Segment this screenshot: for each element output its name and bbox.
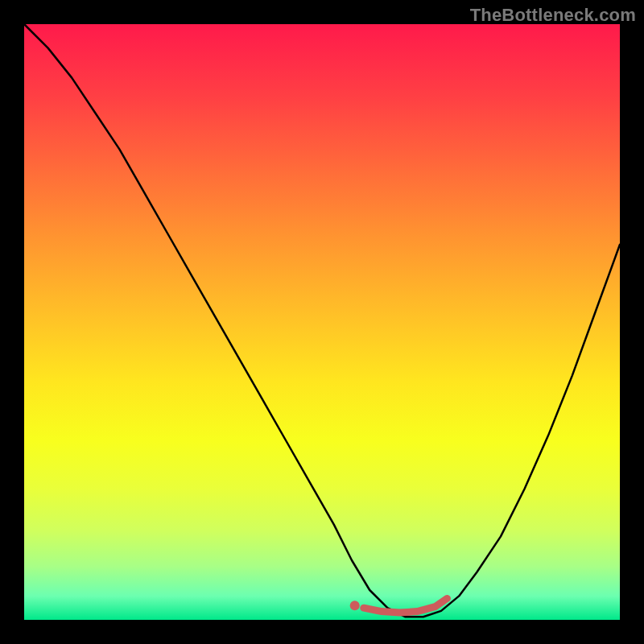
watermark-text: TheBottleneck.com: [470, 5, 636, 26]
bottleneck-curve: [24, 24, 620, 617]
chart-svg: [0, 0, 644, 644]
chart-frame: TheBottleneck.com: [0, 0, 644, 644]
marker-group: [350, 598, 448, 613]
svg-point-0: [350, 601, 360, 610]
